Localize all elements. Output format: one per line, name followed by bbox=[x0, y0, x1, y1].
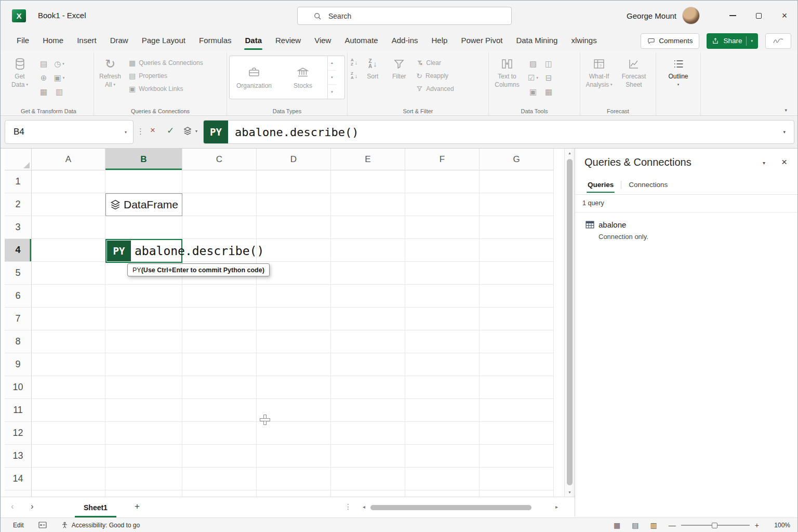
cell-A1[interactable] bbox=[32, 170, 105, 193]
close-button[interactable]: × bbox=[772, 1, 797, 31]
reapply-filter-button[interactable]: ↻Reapply bbox=[414, 70, 456, 82]
sheet-nav-next-icon[interactable]: › bbox=[31, 501, 34, 512]
cell-D7[interactable] bbox=[257, 308, 331, 330]
cell-C1[interactable] bbox=[182, 170, 257, 193]
ribbon-tab-automate[interactable]: Automate bbox=[338, 31, 384, 51]
column-header-G[interactable]: G bbox=[480, 149, 554, 170]
chevron-down-icon[interactable]: ▾ bbox=[118, 130, 133, 135]
data-type-stocks[interactable]: Stocks bbox=[278, 56, 327, 99]
cell-B10[interactable] bbox=[105, 376, 182, 399]
ribbon-tab-data[interactable]: Data bbox=[238, 31, 269, 51]
cell-G6[interactable] bbox=[480, 285, 554, 308]
row-header-5[interactable]: 5 bbox=[5, 262, 32, 285]
name-box[interactable]: B4 ▾ bbox=[5, 120, 134, 144]
cell-A14[interactable] bbox=[32, 468, 105, 490]
cell-G4[interactable] bbox=[480, 239, 554, 262]
cell-A12[interactable] bbox=[32, 422, 105, 445]
row-header-7[interactable]: 7 bbox=[5, 308, 32, 330]
cell-D13[interactable] bbox=[257, 445, 331, 468]
cell-C3[interactable] bbox=[182, 216, 257, 239]
column-header-E[interactable]: E bbox=[331, 149, 405, 170]
cell-F2[interactable] bbox=[405, 193, 480, 216]
cell-D3[interactable] bbox=[257, 216, 331, 239]
zoom-slider-thumb[interactable] bbox=[712, 523, 717, 528]
accessibility-status-button[interactable]: Accessibility: Good to go bbox=[61, 522, 140, 529]
flash-fill-button[interactable]: ▨ bbox=[528, 59, 538, 69]
cell-B1[interactable] bbox=[105, 170, 182, 193]
cell-G14[interactable] bbox=[480, 468, 554, 490]
cell-D12[interactable] bbox=[257, 422, 331, 445]
cell-C2[interactable] bbox=[182, 193, 257, 216]
refresh-all-button[interactable]: ↻ Refresh All▾ bbox=[96, 54, 124, 88]
cell-A5[interactable] bbox=[32, 262, 105, 285]
sort-button[interactable]: ZA↓ Sort bbox=[361, 54, 384, 80]
ribbon-tab-add-ins[interactable]: Add-ins bbox=[385, 31, 425, 51]
gallery-up-button[interactable]: ▴ bbox=[328, 56, 336, 71]
filter-button[interactable]: Filter bbox=[387, 54, 411, 80]
row-header-8[interactable]: 8 bbox=[5, 330, 32, 353]
cell-G5[interactable] bbox=[480, 262, 554, 285]
cell-E12[interactable] bbox=[331, 422, 405, 445]
view-normal-button[interactable]: ▦ bbox=[614, 521, 620, 529]
sort-za-button[interactable]: ZA↓ bbox=[350, 71, 358, 81]
expand-formula-bar-chevron[interactable]: ▾ bbox=[783, 129, 794, 135]
cell-E11[interactable] bbox=[331, 399, 405, 422]
cell-F15[interactable] bbox=[405, 490, 480, 497]
comments-button[interactable]: Comments bbox=[641, 33, 699, 49]
cell-E15[interactable] bbox=[331, 490, 405, 497]
from-web-button[interactable]: ⊕ bbox=[39, 73, 48, 83]
macro-record-button[interactable] bbox=[38, 522, 47, 528]
column-header-A[interactable]: A bbox=[32, 149, 105, 170]
cell-A7[interactable] bbox=[32, 308, 105, 330]
column-header-F[interactable]: F bbox=[405, 149, 480, 170]
row-header-1[interactable]: 1 bbox=[5, 170, 32, 193]
select-all-corner[interactable] bbox=[5, 149, 32, 170]
row-header-3[interactable]: 3 bbox=[5, 216, 32, 239]
recent-sources-button[interactable]: ◷▾ bbox=[53, 59, 65, 69]
cell-E5[interactable] bbox=[331, 262, 405, 285]
cell-E8[interactable] bbox=[331, 330, 405, 353]
query-list-item-abalone[interactable]: abalone Connection only. bbox=[575, 216, 797, 246]
cell-F9[interactable] bbox=[405, 353, 480, 376]
cell-F1[interactable] bbox=[405, 170, 480, 193]
cell-D15[interactable] bbox=[257, 490, 331, 497]
cell-F11[interactable] bbox=[405, 399, 480, 422]
clear-filter-button[interactable]: Clear bbox=[414, 57, 456, 69]
zoom-out-button[interactable]: — bbox=[669, 521, 676, 529]
cell-D8[interactable] bbox=[257, 330, 331, 353]
row-header-6[interactable]: 6 bbox=[5, 285, 32, 308]
ribbon-tab-formulas[interactable]: Formulas bbox=[192, 31, 238, 51]
view-page-layout-button[interactable]: ▤ bbox=[632, 521, 639, 529]
cell-B12[interactable] bbox=[105, 422, 182, 445]
cell-D6[interactable] bbox=[257, 285, 331, 308]
row-header-12[interactable]: 12 bbox=[5, 422, 32, 445]
search-input[interactable]: Search bbox=[297, 7, 512, 25]
cell-B14[interactable] bbox=[105, 468, 182, 490]
remove-duplicates-button[interactable]: ◫ bbox=[544, 59, 553, 69]
cell-C13[interactable] bbox=[182, 445, 257, 468]
cell-D4[interactable] bbox=[257, 239, 331, 262]
cell-B6[interactable] bbox=[105, 285, 182, 308]
user-name[interactable]: George Mount bbox=[627, 11, 676, 20]
tab-queries[interactable]: Queries bbox=[582, 179, 619, 194]
row-header-15[interactable]: 15 bbox=[5, 490, 32, 497]
panel-close-icon[interactable]: × bbox=[781, 156, 787, 168]
cell-B15[interactable] bbox=[105, 490, 182, 497]
cell-C11[interactable] bbox=[182, 399, 257, 422]
cell-A11[interactable] bbox=[32, 399, 105, 422]
cell-C6[interactable] bbox=[182, 285, 257, 308]
user-avatar[interactable] bbox=[682, 7, 700, 24]
cell-E4[interactable] bbox=[331, 239, 405, 262]
scroll-up-arrow[interactable]: ▴ bbox=[565, 151, 575, 155]
cell-A8[interactable] bbox=[32, 330, 105, 353]
minimize-button[interactable] bbox=[720, 1, 746, 31]
maximize-button[interactable] bbox=[746, 1, 772, 31]
ribbon-tab-view[interactable]: View bbox=[308, 31, 338, 51]
cell-B13[interactable] bbox=[105, 445, 182, 468]
ribbon-tab-xlwings[interactable]: xlwings bbox=[564, 31, 603, 51]
scroll-down-arrow[interactable]: ▾ bbox=[565, 490, 575, 495]
row-header-11[interactable]: 11 bbox=[5, 399, 32, 422]
cell-F3[interactable] bbox=[405, 216, 480, 239]
cell-G11[interactable] bbox=[480, 399, 554, 422]
cell-F4[interactable] bbox=[405, 239, 480, 262]
